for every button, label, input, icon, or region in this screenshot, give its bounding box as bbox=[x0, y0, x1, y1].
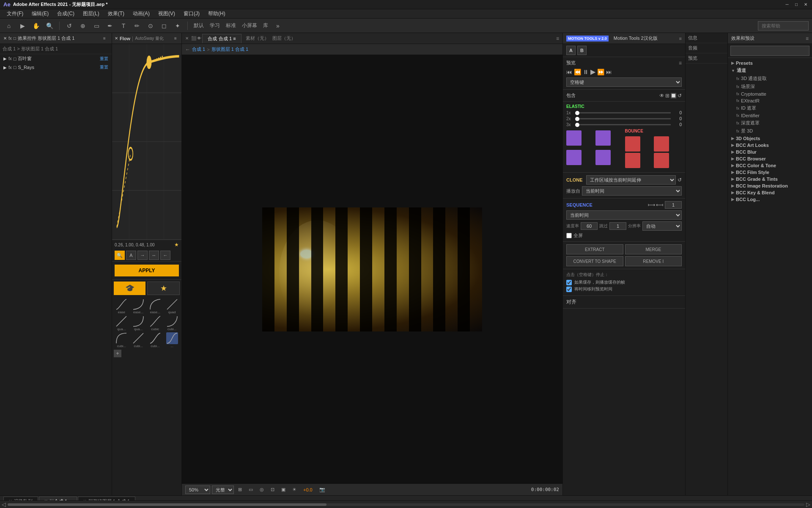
mt-divider-select[interactable]: 自动 bbox=[642, 221, 682, 231]
mt-btn-b[interactable]: B bbox=[577, 46, 587, 55]
interp-btn-back[interactable]: ← bbox=[160, 251, 170, 260]
puppet-tool[interactable]: ✦ bbox=[172, 20, 183, 31]
tree-item-bcc-key[interactable]: ▶ BCC Key & Blend bbox=[728, 189, 812, 196]
tree-item-bcc-browser[interactable]: ▶ BCC Browser bbox=[728, 155, 812, 162]
viewer-btn-exposure[interactable]: ☀ bbox=[290, 486, 299, 493]
tree-item-cryptomatte[interactable]: fx Cryptomatte bbox=[728, 91, 812, 97]
effect-checkbox-1[interactable]: □ bbox=[14, 56, 16, 61]
tree-item-3d-objects[interactable]: ▶ 3D Objects bbox=[728, 135, 812, 142]
breadcrumb-comp[interactable]: 合成 1 bbox=[192, 46, 205, 52]
bounce-btn-3[interactable] bbox=[625, 153, 640, 168]
mt-preview-settings-btn[interactable]: ≡ bbox=[679, 60, 682, 66]
tree-item-bcc-grade[interactable]: ▶ BCC Grade & Tints bbox=[728, 176, 812, 182]
workspace-library[interactable]: 库 bbox=[261, 22, 270, 29]
viewer-btn-render[interactable]: ⊡ bbox=[268, 486, 277, 493]
mt-seq-number-input[interactable] bbox=[665, 201, 682, 209]
brush-tool[interactable]: ✏ bbox=[132, 20, 143, 31]
eraser-tool[interactable]: ◻ bbox=[159, 20, 170, 31]
workspace-learn[interactable]: 学习 bbox=[208, 22, 222, 29]
ease-item-11[interactable]: cubi... bbox=[148, 332, 163, 348]
mt-fullscreen-check[interactable] bbox=[566, 233, 572, 238]
tree-item-bcc-film[interactable]: ▶ BCC Film Style bbox=[728, 169, 812, 176]
mt-eye-btn[interactable]: 👁 bbox=[659, 93, 664, 99]
tree-item-id-mask[interactable]: fx ID 遮罩 bbox=[728, 104, 812, 112]
effect-reset-1[interactable]: 重置 bbox=[100, 56, 108, 62]
interp-btn-right[interactable]: → bbox=[137, 251, 148, 260]
elastic-btn-2[interactable] bbox=[595, 130, 611, 146]
menu-layer[interactable]: 图层(L) bbox=[80, 9, 103, 18]
mt-play-btn[interactable]: ▶ bbox=[590, 68, 595, 76]
shape-tool-rect[interactable]: ▭ bbox=[91, 20, 102, 31]
hand-tool[interactable]: ✋ bbox=[30, 20, 41, 31]
pen-tool[interactable]: ✒ bbox=[104, 20, 115, 31]
viewer-btn-safe[interactable]: ▭ bbox=[246, 486, 255, 493]
mt-step-back[interactable]: ⏪ bbox=[574, 69, 581, 75]
preview-canvas[interactable] bbox=[182, 55, 562, 483]
elastic-btn-3[interactable] bbox=[566, 150, 582, 165]
mt-ram-preview[interactable]: ⏸ bbox=[583, 69, 589, 75]
rotation-tool[interactable]: ↺ bbox=[64, 20, 75, 31]
viewer-btn-mask[interactable]: ◎ bbox=[257, 486, 266, 493]
tree-item-identifier[interactable]: fx IDentifier bbox=[728, 112, 812, 119]
tree-item-bcc-log[interactable]: ▶ BCC Log... bbox=[728, 196, 812, 203]
menu-composition[interactable]: 合成(C) bbox=[54, 9, 78, 18]
tree-item-extractr[interactable]: fx EXtractR bbox=[728, 97, 812, 104]
effects-search-input[interactable] bbox=[730, 46, 809, 56]
menu-help[interactable]: 帮助(H) bbox=[205, 9, 229, 18]
minimize-button[interactable]: ─ bbox=[784, 2, 790, 8]
speed-slider-3[interactable] bbox=[577, 124, 671, 125]
apply-button[interactable]: APPLY bbox=[115, 265, 179, 276]
ease-item-3[interactable]: ease... bbox=[148, 298, 163, 314]
breadcrumb-back-btn[interactable]: ← bbox=[185, 47, 190, 52]
workspace-more[interactable]: » bbox=[272, 20, 283, 31]
tree-item-bcc-blur[interactable]: ▶ BCC Blur bbox=[728, 149, 812, 155]
mt-speed-rate-input[interactable] bbox=[581, 222, 598, 230]
viewer-btn-channels[interactable]: ▣ bbox=[279, 486, 288, 493]
info-item-info[interactable]: 信息 bbox=[686, 33, 727, 43]
mt-clone-dropdown[interactable]: 工作区域按当前时间延伸 bbox=[586, 175, 676, 185]
maximize-button[interactable]: □ bbox=[793, 2, 799, 8]
elastic-btn-4[interactable] bbox=[595, 150, 611, 165]
menu-file[interactable]: 文件(F) bbox=[3, 9, 27, 18]
tree-item-3d-jing[interactable]: fx 景 3D bbox=[728, 127, 812, 135]
bounce-btn-1[interactable] bbox=[625, 136, 640, 152]
tree-item-bcc-art[interactable]: ▶ BCC Art Looks bbox=[728, 142, 812, 149]
menu-window[interactable]: 窗口(J) bbox=[180, 9, 203, 18]
ease-item-7[interactable]: cubic bbox=[148, 315, 163, 331]
comp-tab-close[interactable]: ✕ bbox=[185, 36, 189, 41]
mt-refresh-btn[interactable]: ↺ bbox=[678, 93, 682, 99]
ease-item-9[interactable]: cubi... bbox=[114, 332, 129, 348]
zoom-select[interactable]: 50% 100% 25% bbox=[185, 486, 210, 494]
mt-clone-refresh-btn[interactable]: ↺ bbox=[678, 177, 682, 183]
mt-skip-end[interactable]: ⏭ bbox=[606, 69, 612, 75]
info-item-preview[interactable]: 预览 bbox=[686, 53, 727, 64]
close-button[interactable]: ✕ bbox=[803, 2, 809, 8]
anchor-tool[interactable]: ⊕ bbox=[77, 20, 88, 31]
viewer-menu-btn[interactable]: ≡ bbox=[556, 36, 559, 41]
help-search-input[interactable] bbox=[758, 21, 809, 30]
bounce-btn-4[interactable] bbox=[654, 153, 669, 168]
speed-slider-1[interactable] bbox=[577, 112, 671, 113]
breadcrumb-layer[interactable]: 形状图层 1 合成 1 bbox=[211, 46, 248, 52]
mt-color-btn[interactable]: 🔲 bbox=[670, 93, 677, 99]
tree-item-channel[interactable]: ▼ 通道 bbox=[728, 66, 812, 75]
add-preset-button[interactable]: + bbox=[114, 350, 121, 357]
mt-menu-btn[interactable]: ≡ bbox=[679, 36, 682, 41]
select-tool[interactable]: ▶ bbox=[17, 20, 28, 31]
mt-time-check[interactable] bbox=[566, 287, 572, 292]
tree-item-depth[interactable]: fx 场景深 bbox=[728, 83, 812, 91]
menu-view[interactable]: 视图(V) bbox=[155, 9, 178, 18]
panel-close[interactable]: ✕ bbox=[3, 36, 7, 41]
viewer-btn-snapshot[interactable]: 📷 bbox=[317, 486, 328, 493]
ease-item-8[interactable]: cubi... bbox=[164, 315, 180, 331]
tl-scroll-right[interactable]: ▷ bbox=[806, 507, 810, 508]
ease-item-selected[interactable]: ... bbox=[164, 332, 180, 348]
mt-seq-icon-1[interactable]: ⟼ bbox=[648, 202, 655, 208]
comp-tab-main[interactable]: 合成 合成 1 ≡ bbox=[202, 34, 241, 43]
home-button[interactable]: ⌂ bbox=[3, 20, 14, 31]
tree-item-3d-extract[interactable]: fx 3D 通道提取 bbox=[728, 75, 812, 83]
menu-animation[interactable]: 动画(A) bbox=[129, 9, 153, 18]
mt-skip-input[interactable] bbox=[609, 222, 626, 230]
effect-reset-2[interactable]: 重置 bbox=[100, 64, 108, 70]
mt-step-fwd[interactable]: ⏩ bbox=[597, 69, 604, 75]
